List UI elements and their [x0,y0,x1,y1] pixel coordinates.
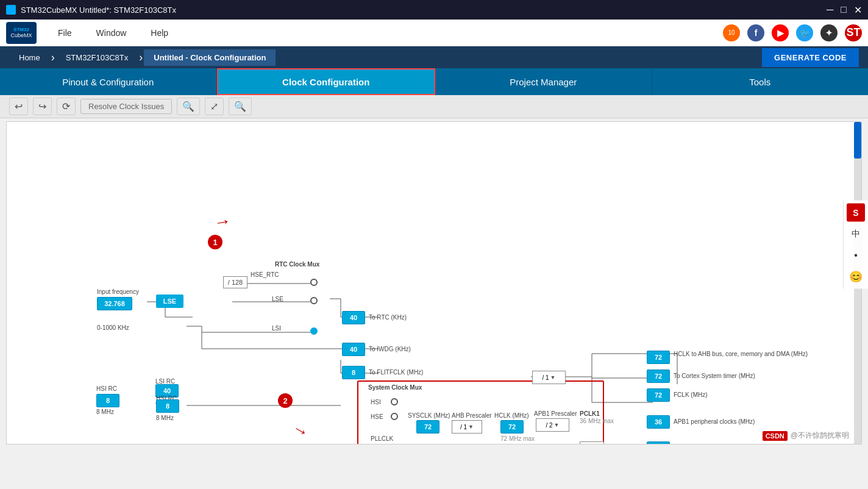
hclk-max-label: 72 MHz max [500,435,535,442]
div128-box[interactable]: / 128 [223,276,247,288]
title-bar: STM32CubeMX Untitled*: STM32F103C8Tx ─ □… [0,0,868,20]
undo-button[interactable]: ↩ [9,98,28,115]
sysclk-label: SYSCLK (MHz) [408,412,450,419]
hclk-ahb-label: HCLK to AHB bus, core, memory and DMA (M… [674,351,808,357]
apb1-timer-value[interactable]: 72 [647,441,670,444]
fit-button[interactable]: ⤢ [205,98,224,115]
breadcrumb: Home › STM32F103C8Tx › Untitled - Clock … [0,46,868,68]
lse-mux-label: LSE [272,296,283,302]
to-iwdg-label: To IWDG (KHz) [369,346,411,352]
clock-diagram: 1 2 → → Input frequency 32.768 0-1000 KH… [6,121,862,444]
diagram-svg [7,122,860,444]
refresh-button[interactable]: ⟳ [57,98,76,115]
ahb-prescaler-label: AHB Prescaler [452,412,492,419]
generate-code-button[interactable]: GENERATE CODE [762,48,859,67]
scrollbar-thumb[interactable] [854,122,861,159]
hclk-top-div[interactable]: / 1 ▼ [532,371,566,384]
rtc-radio-lse[interactable] [310,297,318,304]
hsi-section: HSI RC 8 8 MHz [96,385,119,412]
pllclk-sys-label: PLLCLK [371,435,393,442]
hsi-sys-label: HSI [371,399,381,405]
side-icon-zh[interactable]: 中 [847,225,865,243]
close-button[interactable]: ✕ [854,4,862,16]
youtube-icon[interactable]: ▶ [772,24,789,41]
toolbar: ↩ ↪ ⟳ Resolve Clock Issues 🔍 ⤢ 🔍 [0,95,868,118]
hclk-label: HCLK (MHz) [494,412,529,419]
redo-button[interactable]: ↪ [33,98,52,115]
menu-right: 10 f ▶ 🐦 ✦ ST [723,24,862,41]
lse-freq-value[interactable]: 32.768 [97,297,132,310]
fclk-value[interactable]: 72 [647,388,670,402]
iwdg-value-box[interactable]: 40 [342,343,365,356]
window-controls: ─ □ ✕ [827,4,862,16]
zoom-in-button[interactable]: 🔍 [177,98,200,115]
lse-box[interactable]: LSE [156,294,183,308]
facebook-icon[interactable]: f [747,24,764,41]
fclk-label: FCLK (MHz) [674,391,708,398]
hse-rtc-label: HSE_RTC [251,271,279,278]
rtc-radio-hse[interactable] [310,279,318,286]
pclk1-label: PCLK1 [580,410,600,417]
resolve-clock-button[interactable]: Resolve Clock Issues [80,99,172,114]
window-title: STM32CubeMX Untitled*: STM32F103C8Tx [21,5,176,15]
maximize-button[interactable]: □ [841,4,847,16]
pclk1-max-label: 36 MHz max [580,418,614,424]
apb1-div-select[interactable]: / 2 ▼ [536,418,569,432]
sys-radio-hsi[interactable] [391,398,398,405]
version-icon: 10 [723,24,740,41]
watermark: CSDN @不许惊鹊扰寒明 [763,430,849,441]
tab-bar: Pinout & Configuration Clock Configurati… [0,68,868,95]
to-rtc-label: To RTC (KHz) [369,314,407,321]
minimize-button[interactable]: ─ [827,4,833,16]
to-flitf-label: To FLITFCLK (MHz) [369,369,423,376]
breadcrumb-sep1: › [51,51,55,64]
hclk-ahb-value[interactable]: 72 [647,351,670,364]
side-icon-punct[interactable]: • [847,246,865,265]
menu-bar: STM32 CubeMX File Window Help 10 f ▶ 🐦 ✦… [0,20,868,46]
apb1-value[interactable]: 36 [647,415,670,429]
side-panel: S 中 • 😊 [843,201,868,289]
hsi-mhz-label: 8 MHz [156,415,174,421]
zoom-out-button[interactable]: 🔍 [229,98,252,115]
tab-clock[interactable]: Clock Configuration [217,68,436,95]
flitf-value-box[interactable]: 8 [342,366,365,379]
hclk-value[interactable]: 72 [500,420,524,434]
side-icon-s[interactable]: S [847,204,865,222]
menu-items: File Window Help [55,25,723,41]
apb1-timer-x2-select[interactable]: X 2 [580,441,604,444]
annotation-1: 1 [208,235,222,249]
red-arrow-1: → [212,211,232,233]
sys-radio-hse[interactable] [391,413,398,420]
lsi-mux-label: LSI [272,325,281,332]
network-icon[interactable]: ✦ [820,24,838,41]
apb1-periph-label: APB1 peripheral clocks (MHz) [674,418,755,425]
breadcrumb-sep2: › [139,51,143,64]
sysclk-value[interactable]: 72 [416,420,439,434]
hse-sys-label: HSE [371,413,383,420]
twitter-icon[interactable]: 🐦 [796,24,813,41]
rtc-value-box[interactable]: 40 [342,311,365,324]
menu-help[interactable]: Help [148,25,171,41]
rtc-radio-lsi[interactable] [310,327,318,335]
tab-tools[interactable]: Tools [652,68,869,95]
rtc-mux-label: RTC Clock Mux [275,261,319,268]
lse-freq-label: Input frequency 32.768 0-1000 KHz [97,288,139,331]
cortex-value[interactable]: 72 [647,369,670,383]
st-logo: ST [845,24,862,41]
sys-radio-pll[interactable] [391,444,398,444]
menu-window[interactable]: Window [93,25,130,41]
tab-pinout[interactable]: Pinout & Configuration [0,68,217,95]
tab-project[interactable]: Project Manager [435,68,652,95]
app-logo: STM32 CubeMX [6,22,37,44]
menu-file[interactable]: File [55,25,75,41]
ahb-div-select[interactable]: / 1 ▼ [452,420,482,434]
apb1-prescaler-label: APB1 Prescaler [534,410,577,417]
side-icon-emoji[interactable]: 😊 [847,268,865,286]
breadcrumb-page[interactable]: Untitled - Clock Configuration [144,49,276,66]
annotation-2: 2 [278,393,293,408]
hsi-value[interactable]: 8 [96,394,119,407]
cortex-timer-label: To Cortex System timer (MHz) [674,373,755,379]
breadcrumb-home[interactable]: Home [9,49,50,66]
breadcrumb-device[interactable]: STM32F103C8Tx [56,49,138,66]
hsi-value-box[interactable]: 8 [156,399,179,413]
